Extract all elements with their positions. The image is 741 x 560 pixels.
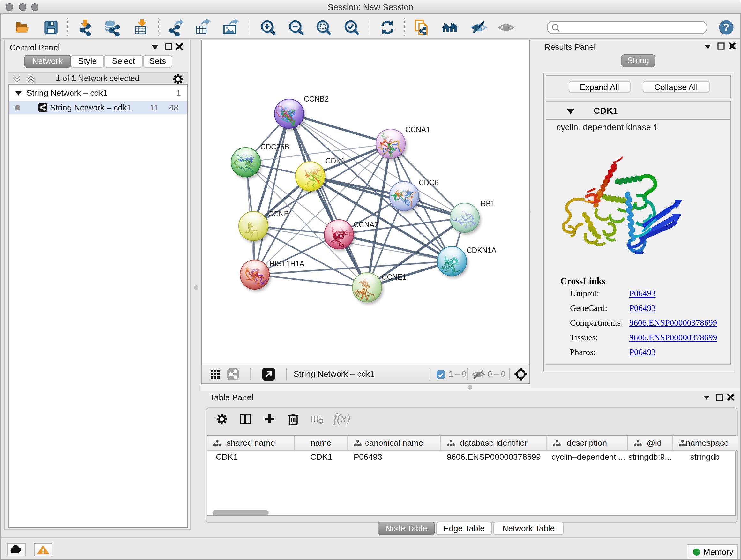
svg-text:CCNB1: CCNB1 [268,210,293,218]
svg-text:CDC6: CDC6 [419,179,439,187]
svg-text:CDC25B: CDC25B [260,143,289,151]
svg-text:CCNA2: CCNA2 [354,221,379,229]
svg-text:?: ? [724,22,730,33]
svg-text:CCNE1: CCNE1 [382,273,407,281]
svg-text:HIST1H1A: HIST1H1A [269,260,305,268]
svg-text:RB1: RB1 [481,199,495,208]
svg-text:CCNB2: CCNB2 [304,95,329,103]
svg-text:CDK1: CDK1 [326,157,345,165]
svg-text:CCNA1: CCNA1 [405,125,430,134]
svg-text:CDKN1A: CDKN1A [467,246,496,254]
